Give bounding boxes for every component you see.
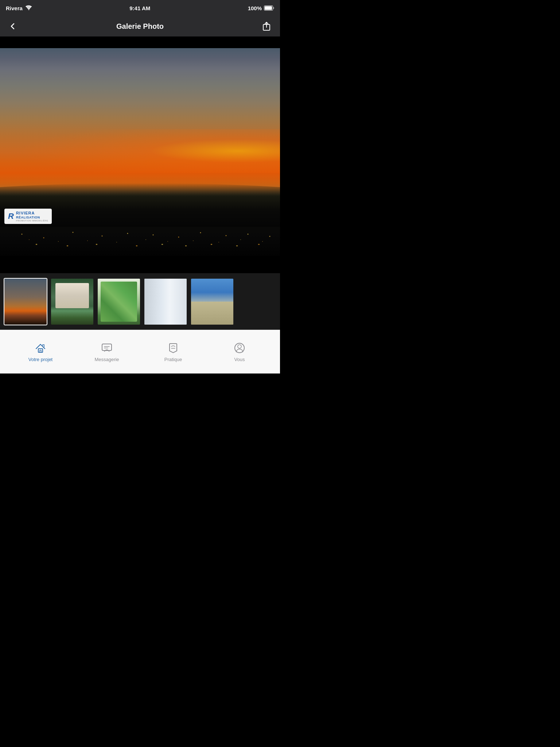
thumb-image-3 (98, 279, 140, 325)
logo-subtitle-text: PROMOTION IMMOBILIÈRE (16, 220, 48, 222)
nav-bar: Galerie Photo (0, 16, 280, 36)
svg-rect-2 (265, 6, 272, 10)
horizon-glow (0, 129, 280, 173)
tab-vous[interactable]: Vous (214, 338, 265, 366)
logo-realisation-text: RÉALISATION (16, 216, 48, 220)
main-photo: R RIVIERA RÉALISATION PROMOTION IMMOBILI… (0, 48, 280, 256)
tab-votre-projet[interactable]: Votre projet (15, 338, 66, 366)
tab-pratique-label: Pratique (164, 357, 182, 362)
user-icon (233, 341, 246, 355)
share-button[interactable] (259, 19, 274, 34)
status-bar: Rivera 9:41 AM 100% (0, 0, 280, 16)
page-title: Galerie Photo (116, 22, 164, 31)
main-photo-viewer[interactable]: R RIVIERA RÉALISATION PROMOTION IMMOBILI… (0, 36, 280, 268)
thumb-image-1 (4, 279, 47, 325)
thumbnail-4[interactable] (144, 278, 187, 325)
tab-vous-label: Vous (234, 357, 245, 362)
thumbnail-1[interactable] (4, 278, 47, 325)
status-time: 9:41 AM (129, 5, 150, 11)
thumb-image-4 (144, 279, 187, 325)
home-icon (34, 341, 47, 355)
thumb-building (55, 283, 89, 308)
tab-pratique[interactable]: Pratique (148, 338, 199, 366)
logo-r-letter: R (8, 212, 14, 220)
logo-riviera-text: RIVIERA (16, 211, 48, 216)
thumbnail-3[interactable] (97, 278, 141, 325)
wifi-icon (26, 5, 32, 11)
battery-icon (264, 5, 274, 11)
carrier-label: Rivera (6, 5, 23, 11)
message-icon (100, 341, 113, 355)
status-left: Rivera (6, 5, 32, 11)
tools-icon (167, 341, 180, 355)
riviera-logo: R RIVIERA RÉALISATION PROMOTION IMMOBILI… (4, 209, 52, 224)
thumbnail-5[interactable] (190, 278, 234, 325)
svg-rect-4 (38, 349, 43, 352)
logo-text: RIVIERA RÉALISATION PROMOTION IMMOBILIÈR… (16, 211, 48, 222)
svg-point-0 (28, 9, 30, 10)
thumb-aerial (101, 282, 137, 322)
back-button[interactable] (6, 19, 20, 33)
thumb-image-2 (51, 279, 93, 325)
thumbnail-strip (0, 273, 280, 330)
tab-messagerie-label: Messagerie (94, 357, 119, 362)
tab-votre-projet-label: Votre projet (28, 357, 53, 362)
tab-messagerie[interactable]: Messagerie (81, 338, 132, 366)
thumbnail-2[interactable] (50, 278, 94, 325)
battery-percentage: 100% (248, 5, 262, 11)
thumb-interior (144, 279, 187, 325)
thumb-image-5 (191, 279, 233, 325)
svg-point-8 (238, 345, 241, 348)
thumb-terrace (191, 302, 233, 325)
status-right: 100% (248, 5, 274, 11)
tab-bar: Votre projet Messagerie Pratique (0, 330, 280, 374)
